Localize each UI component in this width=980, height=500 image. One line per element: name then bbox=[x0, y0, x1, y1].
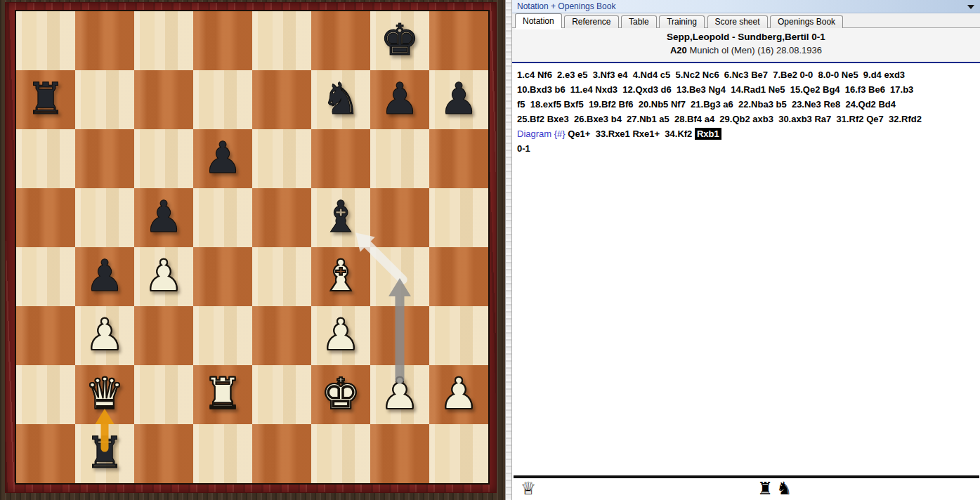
white-rook-d2[interactable]: ♜ bbox=[193, 365, 252, 424]
square-g6[interactable] bbox=[370, 129, 429, 188]
app-window: ♚♜♞♟♟♟♟♝♟♜♟♝♟♟♛♜♚♟♟ Notation + Openings … bbox=[0, 0, 980, 500]
notation-line-6: 0-1 bbox=[517, 141, 976, 156]
square-g5[interactable] bbox=[370, 188, 429, 247]
move-text[interactable]: 1.c4 Nf6 2.e3 e5 3.Nf3 e4 4.Nd4 c5 5.Nc2… bbox=[517, 70, 905, 80]
black-rook-b1[interactable]: ♜ bbox=[75, 424, 134, 483]
square-a5[interactable] bbox=[16, 188, 75, 247]
square-a4[interactable] bbox=[16, 247, 75, 306]
annotation-text[interactable]: {#} bbox=[554, 129, 568, 139]
square-c7[interactable] bbox=[134, 70, 193, 129]
black-bishop-f5[interactable]: ♝ bbox=[311, 188, 370, 247]
tab-table[interactable]: Table bbox=[621, 15, 657, 28]
black-knight-icon: ♞ bbox=[776, 478, 792, 499]
square-h3[interactable] bbox=[429, 306, 488, 365]
game-header: Sepp,Leopold - Sundberg,Bertil 0-1 A20 M… bbox=[512, 28, 980, 62]
notation-line-2: 10.Bxd3 b6 11.e4 Nxd3 12.Qxd3 d6 13.Be3 … bbox=[517, 82, 976, 97]
square-c6[interactable] bbox=[134, 129, 193, 188]
move-text[interactable]: 25.Bf2 Bxe3 26.Bxe3 b4 27.Nb1 a5 28.Bf4 … bbox=[517, 114, 922, 124]
square-e8[interactable] bbox=[252, 11, 311, 70]
dropdown-triangle-icon[interactable] bbox=[967, 5, 974, 9]
square-c2[interactable] bbox=[134, 365, 193, 424]
square-f8[interactable] bbox=[311, 11, 370, 70]
move-text[interactable]: 10.Bxd3 b6 11.e4 Nxd3 12.Qxd3 d6 13.Be3 … bbox=[517, 84, 913, 95]
square-h8[interactable] bbox=[429, 11, 488, 70]
square-h1[interactable] bbox=[429, 424, 488, 483]
square-g1[interactable] bbox=[370, 424, 429, 483]
square-g4[interactable] bbox=[370, 247, 429, 306]
black-knight-f7[interactable]: ♞ bbox=[311, 70, 370, 129]
notation-line-3: f5 18.exf5 Bxf5 19.Bf2 Bf6 20.Nb5 Nf7 21… bbox=[517, 97, 976, 112]
tab-score-sheet[interactable]: Score sheet bbox=[707, 15, 768, 28]
notation-text[interactable]: 1.c4 Nf6 2.e3 e5 3.Nf3 e4 4.Nd4 c5 5.Nc2… bbox=[512, 63, 980, 475]
white-pawn-f3[interactable]: ♟ bbox=[311, 306, 370, 365]
white-queen-b2[interactable]: ♛ bbox=[75, 365, 134, 424]
annotation-text[interactable]: Diagram bbox=[517, 129, 554, 139]
square-e1[interactable] bbox=[252, 424, 311, 483]
square-d8[interactable] bbox=[193, 11, 252, 70]
white-queen-icon: ♕ bbox=[521, 478, 536, 499]
black-rook-a7[interactable]: ♜ bbox=[16, 70, 75, 129]
square-e3[interactable] bbox=[252, 306, 311, 365]
panel-titlebar: Notation + Openings Book bbox=[512, 0, 980, 13]
move-text[interactable]: Qe1+ 33.Rxe1 Rxe1+ 34.Kf2 bbox=[568, 129, 695, 139]
game-event-info: Munich ol (Men) (16) 28.08.1936 bbox=[689, 45, 822, 55]
square-b6[interactable] bbox=[75, 129, 134, 188]
notation-line-4: 25.Bf2 Bxe3 26.Bxe3 b4 27.Nb1 a5 28.Bf4 … bbox=[517, 112, 976, 126]
square-g3[interactable] bbox=[370, 306, 429, 365]
panel-title: Notation + Openings Book bbox=[512, 1, 615, 11]
tab-openings-book[interactable]: Openings Book bbox=[770, 15, 843, 28]
square-b8[interactable] bbox=[75, 11, 134, 70]
black-pawn-h7[interactable]: ♟ bbox=[429, 70, 488, 129]
game-players-result: Sepp,Leopold - Sundberg,Bertil 0-1 bbox=[512, 32, 980, 42]
board-pane-background: ♚♜♞♟♟♟♟♝♟♜♟♝♟♟♛♜♚♟♟ bbox=[0, 0, 511, 500]
white-pawn-h2[interactable]: ♟ bbox=[429, 365, 488, 424]
square-h5[interactable] bbox=[429, 188, 488, 247]
black-king-g8[interactable]: ♚ bbox=[370, 11, 429, 70]
square-a8[interactable] bbox=[16, 11, 75, 70]
white-king-f2[interactable]: ♚ bbox=[311, 365, 370, 424]
material-bar: ♕♜♞ bbox=[512, 478, 980, 500]
square-f1[interactable] bbox=[311, 424, 370, 483]
square-e7[interactable] bbox=[252, 70, 311, 129]
square-a6[interactable] bbox=[16, 129, 75, 188]
square-a1[interactable] bbox=[16, 424, 75, 483]
tab-bar: Notation Reference Table Training Score … bbox=[512, 13, 980, 28]
square-h6[interactable] bbox=[429, 129, 488, 188]
black-pawn-c5[interactable]: ♟ bbox=[134, 188, 193, 247]
chess-board[interactable]: ♚♜♞♟♟♟♟♝♟♜♟♝♟♟♛♜♚♟♟ bbox=[15, 10, 490, 485]
square-f6[interactable] bbox=[311, 129, 370, 188]
tab-notation[interactable]: Notation bbox=[515, 13, 562, 28]
square-c1[interactable] bbox=[134, 424, 193, 483]
move-text[interactable]: 0-1 bbox=[517, 143, 530, 154]
square-d1[interactable] bbox=[193, 424, 252, 483]
move-text[interactable]: f5 18.exf5 Bxf5 19.Bf2 Bf6 20.Nb5 Nf7 21… bbox=[517, 99, 896, 110]
square-a2[interactable] bbox=[16, 365, 75, 424]
black-pawn-g7[interactable]: ♟ bbox=[370, 70, 429, 129]
white-pawn-g2[interactable]: ♟ bbox=[370, 365, 429, 424]
tab-reference[interactable]: Reference bbox=[564, 15, 618, 28]
square-b7[interactable] bbox=[75, 70, 134, 129]
black-pawn-b4[interactable]: ♟ bbox=[75, 247, 134, 306]
square-b5[interactable] bbox=[75, 188, 134, 247]
square-d7[interactable] bbox=[193, 70, 252, 129]
square-d5[interactable] bbox=[193, 188, 252, 247]
current-move-highlight[interactable]: Rxb1 bbox=[695, 128, 721, 140]
black-pawn-d6[interactable]: ♟ bbox=[193, 129, 252, 188]
white-pawn-b3[interactable]: ♟ bbox=[75, 306, 134, 365]
white-pawn-c4[interactable]: ♟ bbox=[134, 247, 193, 306]
game-eco-code: A20 bbox=[670, 45, 687, 55]
square-e6[interactable] bbox=[252, 129, 311, 188]
white-bishop-f4[interactable]: ♝ bbox=[311, 247, 370, 306]
black-rook-icon: ♜ bbox=[757, 478, 773, 499]
square-c8[interactable] bbox=[134, 11, 193, 70]
square-h4[interactable] bbox=[429, 247, 488, 306]
square-e4[interactable] bbox=[252, 247, 311, 306]
square-e2[interactable] bbox=[252, 365, 311, 424]
square-d4[interactable] bbox=[193, 247, 252, 306]
board-frame: ♚♜♞♟♟♟♟♝♟♜♟♝♟♟♛♜♚♟♟ bbox=[5, 2, 497, 493]
square-a3[interactable] bbox=[16, 306, 75, 365]
square-d3[interactable] bbox=[193, 306, 252, 365]
tab-training[interactable]: Training bbox=[659, 15, 705, 28]
square-c3[interactable] bbox=[134, 306, 193, 365]
square-e5[interactable] bbox=[252, 188, 311, 247]
